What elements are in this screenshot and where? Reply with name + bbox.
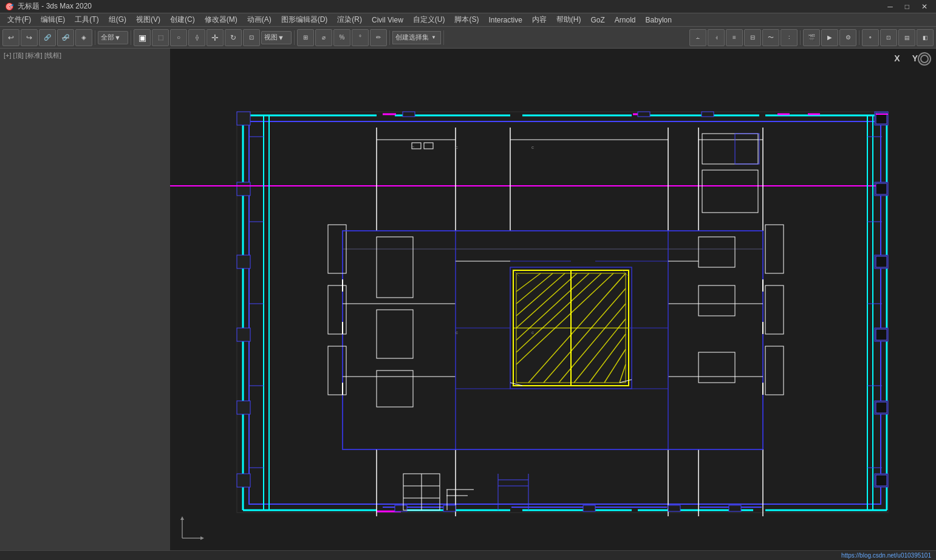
render-prod-button[interactable]: ⚙ [839,29,856,46]
menu-tools[interactable]: 工具(T) [70,13,103,26]
menu-group[interactable]: 组(G) [104,13,131,26]
select-object-button[interactable]: ▣ [134,29,151,46]
select-and-rotate-button[interactable]: ↻ [225,29,242,46]
svg-line-56 [516,273,601,352]
render-setup-button[interactable]: 🎬 [803,29,820,46]
svg-rect-137 [638,112,650,117]
svg-line-54 [516,273,577,328]
title-text: 无标题 - 3ds Max 2020 [18,1,92,12]
extra-btn-4[interactable]: ◧ [917,29,934,46]
select-and-move-button[interactable]: ✛ [207,29,224,46]
menu-render[interactable]: 渲染(R) [332,13,367,26]
render-frame-button[interactable]: ▶ [821,29,838,46]
menu-content[interactable]: 内容 [527,13,552,26]
separator-3 [294,30,295,45]
menu-goz[interactable]: GoZ [586,15,610,26]
separator-6 [800,30,801,45]
svg-marker-170 [180,516,184,520]
redo-button[interactable]: ↪ [21,29,38,46]
menu-edit[interactable]: 编辑(E) [36,13,70,26]
title-bar: 🎯 无标题 - 3ds Max 2020 ─ □ ✕ [0,0,936,13]
schematic-view-button[interactable]: ⊟ [744,29,761,46]
viewport-options-button[interactable] [918,52,931,66]
select-region-rect-button[interactable]: ⬚ [152,29,169,46]
svg-rect-141 [583,505,595,511]
edit-named-sel-button[interactable]: ✏ [370,29,387,46]
svg-rect-103 [377,237,413,298]
svg-rect-14 [237,112,250,125]
svg-rect-93 [328,346,346,395]
extra-btn-2[interactable]: ⊡ [880,29,897,46]
svg-rect-44 [343,231,763,449]
all-filter-dropdown[interactable]: 全部▼ [98,31,128,44]
svg-rect-16 [237,255,250,268]
undo-button[interactable]: ↩ [2,29,19,46]
app-icon: 🎯 [5,2,14,11]
extra-btn-3[interactable]: ▤ [898,29,915,46]
menu-scripting[interactable]: 脚本(S) [449,13,483,26]
maximize-button[interactable]: □ [901,2,913,11]
svg-rect-31 [876,475,887,486]
svg-marker-169 [200,536,204,540]
svg-line-63 [604,349,626,383]
menu-file[interactable]: 文件(F) [2,13,36,26]
svg-rect-18 [237,401,250,414]
view-dropdown[interactable]: 视图▼ [261,31,292,44]
svg-text:c: c [456,145,458,150]
angle-snap-button[interactable]: ⌀ [315,29,332,46]
percent-snap-button[interactable]: % [333,29,350,46]
menu-modify[interactable]: 修改器(M) [200,13,242,26]
svg-rect-29 [876,329,887,340]
svg-text:c: c [531,145,534,150]
menu-arnold[interactable]: Arnold [610,15,641,26]
curve-editor-button[interactable]: 〜 [762,29,779,46]
select-link-button[interactable]: 🔗 [39,29,56,46]
svg-rect-140 [443,505,456,511]
menu-views[interactable]: 视图(V) [131,13,165,26]
select-and-scale-button[interactable]: ⊡ [243,29,260,46]
svg-rect-28 [876,256,887,267]
extra-btn-1[interactable]: ⚬ [862,29,879,46]
close-button[interactable]: ✕ [918,2,931,11]
separator-5 [443,30,444,45]
minimize-button[interactable]: ─ [884,2,897,11]
named-selection-dropdown[interactable]: 创建选择集 [392,31,441,44]
separator-1 [95,30,95,45]
menu-create[interactable]: 创建(C) [165,13,200,26]
svg-rect-96 [765,346,784,395]
spinner-snap-button[interactable]: ° [352,29,369,46]
menu-help[interactable]: 帮助(H) [552,13,586,26]
align-button[interactable]: ⫞ [708,29,725,46]
viewport-label: [+] [顶] [标准] [线框] [4,51,61,60]
snap-toggle-button[interactable]: ⊞ [297,29,314,46]
svg-rect-17 [237,328,250,341]
status-bar: https://blog.csdn.net/u010395101 [0,550,936,560]
svg-rect-138 [702,112,714,117]
menu-babylon[interactable]: Babylon [641,15,677,26]
bind-button[interactable]: ◈ [75,29,92,46]
mirror-button[interactable]: ⫠ [689,29,706,46]
main-viewport[interactable]: X Y [170,49,936,550]
cad-drawing[interactable]: c c c c c [170,49,936,550]
svg-rect-142 [668,505,680,511]
svg-line-53 [516,273,565,316]
menu-customize[interactable]: 自定义(U) [408,13,450,26]
layer-manager-button[interactable]: ≡ [726,29,743,46]
particle-view-button[interactable]: ∶ [781,29,798,46]
separator-7 [859,30,859,45]
select-region-circle-button[interactable]: ○ [170,29,187,46]
separator-2 [131,30,131,45]
menu-civil-view[interactable]: Civil View [367,15,408,26]
menu-graph-editors[interactable]: 图形编辑器(D) [276,13,333,26]
svg-rect-144 [702,134,758,164]
select-region-fence-button[interactable]: ⟠ [188,29,205,46]
menu-interactive[interactable]: Interactive [483,15,527,26]
svg-text:c: c [412,145,414,150]
viewport-container[interactable]: [+] [顶] [标准] [线框] X Y [0,49,936,550]
menu-animate[interactable]: 动画(A) [242,13,276,26]
svg-rect-95 [765,285,784,334]
svg-line-51 [516,273,541,292]
break-link-button[interactable]: 🔗 [57,29,74,46]
svg-rect-136 [403,112,415,117]
svg-line-64 [620,364,626,383]
